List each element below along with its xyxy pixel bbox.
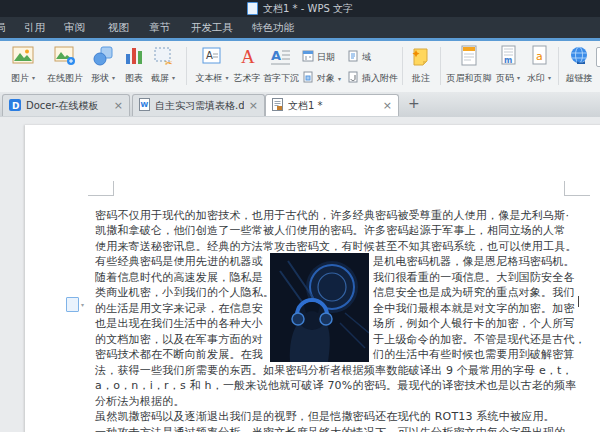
text-line: 虽然凯撒密码以及逐渐退出我们是的视野，但是恺撒密码还在现代的 ROT13 系统中…	[95, 410, 555, 423]
svg-text:a: a	[536, 50, 543, 63]
text-line: 凯撒和拿破仑，他们创造了一些常被人们使用的密码。许多密码起源于军事上，相同立场的…	[95, 224, 565, 237]
text-line: 是机电密码机器，像是恩尼格玛密码机。	[373, 255, 575, 268]
menu-tab-dev-tools[interactable]: 开发工具	[191, 21, 233, 35]
menu-tab-partial[interactable]: 局	[0, 21, 6, 35]
header-footer-button[interactable]: 页眉和页脚	[443, 43, 495, 89]
date-icon	[302, 50, 314, 64]
floating-doc-tool[interactable]: ▾	[66, 297, 84, 312]
document-area: 密码不仅用于现代的加密技术，也用于古代的，许多经典密码被受尊重的人使用，像是尤利…	[0, 117, 600, 432]
online-picture-button[interactable]: 在线图片	[42, 43, 88, 89]
object-button[interactable]: 对象 ▾	[302, 69, 341, 87]
text-line: 分析法为根据的。	[95, 395, 185, 408]
close-icon[interactable]: ×	[383, 101, 392, 111]
insert-attachment-button[interactable]: 插入附件	[347, 69, 398, 87]
dropcap-icon: A	[260, 45, 302, 71]
text-line: 密码技术都在不断向前发展。在我	[95, 348, 263, 361]
document-icon	[247, 2, 258, 15]
text-line: 一种攻击方法是通过频率分析。当密文长度足够大的情况下，可以先分析密文中每个字母出…	[95, 426, 565, 432]
hyperlink-button[interactable]: 超链接	[561, 43, 597, 89]
page-number-button[interactable]: m 页码 ▾	[492, 43, 524, 89]
dropdown-arrow-icon: ▾	[517, 74, 520, 81]
text-line: 场所，例如个人银行卡的加密，个人所写	[373, 317, 575, 330]
ribbon-separator	[440, 47, 441, 85]
docer-icon: D	[9, 96, 21, 115]
inline-picture[interactable]	[270, 253, 369, 362]
field-button[interactable]: 域	[347, 48, 371, 66]
document-tab-bar: D Docer-在线模板 × W 自主实习需填表格.docx × 文档1 * ×…	[0, 92, 600, 118]
menu-tab-references[interactable]: 引用	[24, 21, 45, 35]
textbox-icon: A	[190, 45, 234, 71]
margin-mark-top-left	[88, 181, 114, 196]
ribbon-separator	[402, 47, 403, 85]
text-line: 随着信息时代的高速发展，隐私是	[95, 271, 263, 284]
svg-text:A: A	[206, 50, 213, 61]
ribbon-separator	[558, 47, 559, 85]
watermark-button[interactable]: a 水印 ▾	[522, 43, 556, 89]
dropdown-arrow-icon: ▾	[32, 74, 35, 81]
document-page[interactable]: 密码不仅用于现代的加密技术，也用于古代的，许多经典密码被受尊重的人使用，像是尤利…	[25, 125, 600, 432]
shapes-button[interactable]: 形状 ▾	[86, 43, 120, 89]
text-line: 的文档加密，以及在军事方面的对	[95, 333, 263, 346]
menu-tab-section[interactable]: 章节	[149, 21, 170, 35]
text-line: 们的生活中有些时候也需要用到破解密算	[373, 348, 575, 361]
text-line: 信息安全也是成为研究的重点对象。我们	[373, 286, 575, 299]
wordart-button[interactable]: A 艺术字	[230, 43, 264, 89]
field-icon	[347, 50, 359, 64]
doc-icon	[272, 96, 283, 115]
close-icon[interactable]: ×	[249, 101, 258, 111]
text-line: 密码不仅用于现代的加密技术，也用于古代的，许多经典密码被受尊重的人使用，像是尤利…	[95, 209, 569, 222]
svg-text:W: W	[141, 101, 149, 109]
window-title: 文档1 * - WPS 文字	[263, 2, 353, 16]
wps-window: 文档1 * - WPS 文字 局 引用 审阅 视图 章节 开发工具 特色功能 图…	[0, 0, 600, 432]
online-picture-icon	[42, 45, 88, 71]
doc-tab-docer[interactable]: D Docer-在线模板 ×	[2, 94, 130, 116]
doc-tab-current[interactable]: 文档1 * ×	[265, 94, 399, 116]
page-icon	[66, 297, 79, 312]
text-line: 法，获得一些我们所需要的东西。如果密码分析者根据频率数能破译出 9 个最常用的字…	[95, 364, 573, 377]
comment-button[interactable]: 批注	[405, 43, 437, 89]
text-line: 也是出现在我们生活中的各种大小	[95, 317, 263, 330]
menu-bar: 局 引用 审阅 视图 章节 开发工具 特色功能	[0, 17, 600, 38]
text-line: 使用来寄送秘密讯息。经典的方法常攻击密码文，有时候甚至不知其密码系统，也可以使用…	[95, 240, 577, 253]
textbox-button[interactable]: A 文本框 ▾	[190, 43, 234, 89]
svg-text:A: A	[271, 48, 281, 63]
text-line: 类商业机密，小到我们的个人隐私。	[95, 286, 274, 299]
menu-tab-view[interactable]: 视图	[108, 21, 129, 35]
shapes-icon	[86, 45, 120, 71]
picture-button[interactable]: 图片 ▾	[4, 43, 42, 89]
dropdown-arrow-icon: ▾	[81, 301, 84, 308]
screenshot-button[interactable]: ✂ 截屏 ▾	[144, 43, 182, 89]
title-bar: 文档1 * - WPS 文字	[0, 0, 600, 17]
screenshot-icon: ✂	[144, 45, 182, 71]
svg-text:D: D	[12, 101, 19, 111]
margin-mark-top-right	[564, 181, 590, 196]
text-line: 我们很看重的一项信息。大到国防安全各	[373, 271, 575, 284]
svg-text:A: A	[241, 46, 255, 67]
dropcap-button[interactable]: A 首字下沉	[260, 43, 302, 89]
dropdown-arrow-icon: ▾	[338, 75, 341, 82]
page-number-icon: m	[492, 45, 524, 71]
date-button[interactable]: 日期	[302, 48, 335, 66]
wordart-icon: A	[230, 45, 264, 71]
text-line: 全中我们最根本就是对文字的加密。加密	[373, 302, 575, 315]
menu-tab-review[interactable]: 审阅	[64, 21, 85, 35]
wps-doc-icon: W	[139, 96, 150, 115]
menu-tab-special-features[interactable]: 特色功能	[252, 21, 294, 35]
text-line: 于上级命令的加密。不管是现代还是古代，	[373, 333, 586, 346]
comment-icon	[405, 45, 437, 71]
dropdown-arrow-icon: ▾	[225, 74, 228, 81]
partial-ribbon-icon[interactable]	[596, 47, 600, 67]
doc-tab-form[interactable]: W 自主实习需填表格.docx ×	[132, 94, 265, 116]
hyperlink-icon	[561, 45, 597, 71]
new-tab-button[interactable]: +	[408, 95, 420, 111]
dropdown-arrow-icon: ▾	[548, 74, 551, 81]
ribbon-separator	[186, 47, 187, 85]
header-footer-icon	[443, 45, 495, 71]
text-line: a，o，n，i，r，s 和 h，一般来说他就可破译 70%的密码。最现代的译密技…	[95, 379, 576, 392]
close-icon[interactable]: ×	[114, 101, 123, 111]
text-line: 有些经典密码是使用先进的机器或	[95, 255, 263, 268]
object-icon	[302, 71, 314, 85]
watermark-icon: a	[522, 45, 556, 71]
svg-text:m: m	[504, 56, 512, 65]
text-cursor	[578, 296, 579, 307]
